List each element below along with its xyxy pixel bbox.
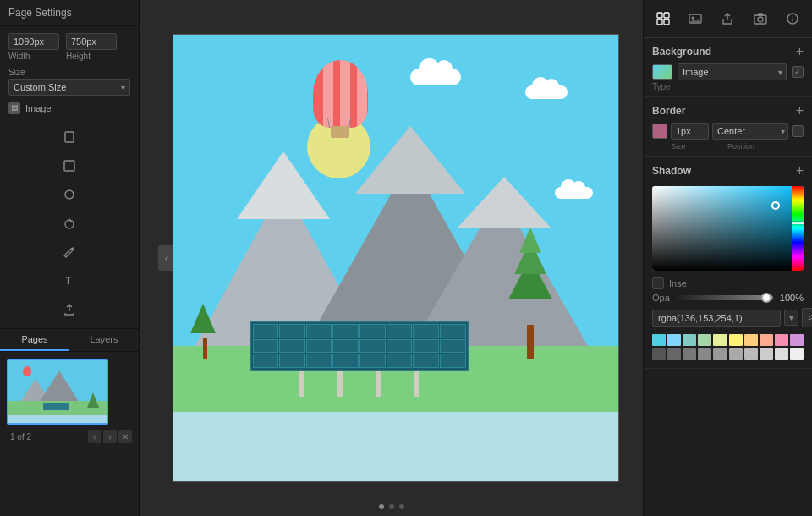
color-swatch[interactable] (698, 334, 711, 346)
solar-panel (250, 321, 469, 397)
color-swatch[interactable] (683, 348, 696, 360)
size-field-label: Size (671, 142, 724, 151)
color-swatch[interactable] (744, 348, 758, 360)
thumb-mountain2 (38, 371, 80, 404)
bg-check[interactable]: ✓ (792, 66, 804, 78)
color-swatch[interactable] (652, 348, 666, 360)
page-counter: 1 of 2 (10, 432, 31, 442)
height-field: Height (66, 33, 117, 61)
bottom-dots (379, 504, 404, 509)
color-swatch[interactable] (760, 334, 773, 346)
color-picker-dot[interactable] (771, 201, 780, 210)
color-swatch[interactable] (760, 348, 773, 360)
dot-2[interactable] (389, 504, 394, 509)
border-color-swatch[interactable] (652, 124, 667, 139)
hex-dropdown-btn[interactable]: ▾ (784, 310, 798, 326)
color-swatch[interactable] (729, 334, 743, 346)
color-swatch[interactable] (667, 348, 681, 360)
color-picker-area[interactable] (652, 186, 804, 271)
opacity-pct: 100% (778, 293, 804, 303)
right-top-icons: i (644, 0, 812, 38)
height-label: Height (66, 52, 117, 61)
solar-grid (250, 321, 469, 371)
solar-cell (387, 354, 413, 368)
prev-page-btn[interactable]: ‹ (88, 430, 102, 443)
timer-tool[interactable] (58, 211, 81, 235)
balloon-stripe-2 (340, 60, 350, 128)
solar-leg-2 (337, 371, 343, 397)
shadow-opacity-row: Opa 100% (644, 291, 812, 305)
solar-cell (306, 339, 332, 354)
size-select[interactable]: Custom Size (8, 79, 130, 96)
color-swatch[interactable] (790, 348, 804, 360)
tab-pages[interactable]: Pages (0, 329, 69, 351)
canvas-wrapper (173, 34, 619, 482)
image-label: Image (25, 103, 52, 113)
page-thumbnail[interactable] (7, 359, 108, 425)
bg-type-label: Type (644, 82, 812, 91)
info-icon-btn[interactable]: i (781, 7, 804, 30)
shadow-header: Shadow + (644, 157, 812, 181)
height-input[interactable] (66, 33, 117, 50)
camera-icon-btn[interactable] (749, 7, 772, 30)
border-pos-select[interactable]: Center (712, 123, 788, 140)
color-swatch[interactable] (775, 348, 788, 360)
dot-3[interactable] (399, 504, 404, 509)
tool-icons: T (0, 118, 139, 328)
dot-1[interactable] (379, 504, 384, 509)
tree1-foliage-3 (519, 228, 541, 253)
border-size-input[interactable] (671, 123, 709, 140)
solar-cell (413, 354, 439, 368)
image-upload-icon-btn[interactable] (683, 7, 707, 30)
svg-rect-0 (65, 132, 74, 142)
share-icon-btn[interactable] (716, 7, 739, 30)
circle-tool[interactable] (58, 183, 81, 206)
page-settings-title: Page Settings (0, 0, 139, 26)
solar-cell (359, 354, 386, 368)
background-add-btn[interactable]: + (796, 45, 804, 58)
opacity-slider[interactable] (675, 295, 773, 300)
solar-cell (387, 324, 413, 338)
color-swatch[interactable] (667, 334, 681, 346)
color-swatch[interactable] (683, 334, 696, 346)
rect-tool[interactable] (58, 154, 81, 178)
solar-legs (250, 371, 469, 397)
nav-arrows: ‹ › ✕ (88, 430, 132, 443)
tab-layers[interactable]: Layers (69, 329, 139, 351)
hue-bar[interactable] (792, 186, 804, 271)
border-check[interactable] (792, 125, 804, 137)
color-swatch[interactable] (744, 334, 758, 346)
next-page-btn[interactable]: › (103, 430, 117, 443)
border-field-labels: Size Position (644, 141, 812, 151)
color-swatch[interactable] (729, 348, 743, 360)
width-input[interactable] (8, 33, 59, 50)
select-tool[interactable] (58, 125, 81, 149)
shadow-add-btn[interactable]: + (796, 164, 804, 178)
color-swatch[interactable] (652, 334, 666, 346)
color-swatch[interactable] (713, 348, 727, 360)
color-swatch[interactable] (775, 334, 788, 346)
color-swatch[interactable] (713, 334, 727, 346)
solar-cell (332, 339, 359, 354)
svg-point-3 (65, 220, 74, 228)
image-icon-small: 🖼 (8, 102, 20, 114)
solar-cell (253, 354, 279, 368)
solar-cell (440, 354, 466, 368)
eyedropper-btn[interactable] (802, 308, 812, 327)
delete-page-btn[interactable]: ✕ (118, 430, 132, 443)
shadow-title: Shadow (652, 165, 691, 177)
border-section: Border + Center Size Position (644, 97, 812, 157)
border-title: Border (652, 105, 685, 117)
color-swatch[interactable] (790, 334, 804, 346)
color-swatch[interactable] (698, 348, 711, 360)
upload-tool[interactable] (58, 298, 81, 321)
text-tool[interactable]: T (58, 269, 81, 293)
border-add-btn[interactable]: + (796, 104, 804, 118)
grid-icon-btn[interactable] (651, 7, 675, 30)
inset-check[interactable] (652, 277, 664, 289)
size-label: Size (8, 68, 130, 77)
page-thumbnail-area: 1 of 2 ‹ › ✕ (0, 352, 139, 516)
pencil-tool[interactable] (58, 240, 81, 264)
bg-type-select[interactable]: Image (678, 63, 787, 80)
hex-input[interactable] (652, 310, 781, 327)
